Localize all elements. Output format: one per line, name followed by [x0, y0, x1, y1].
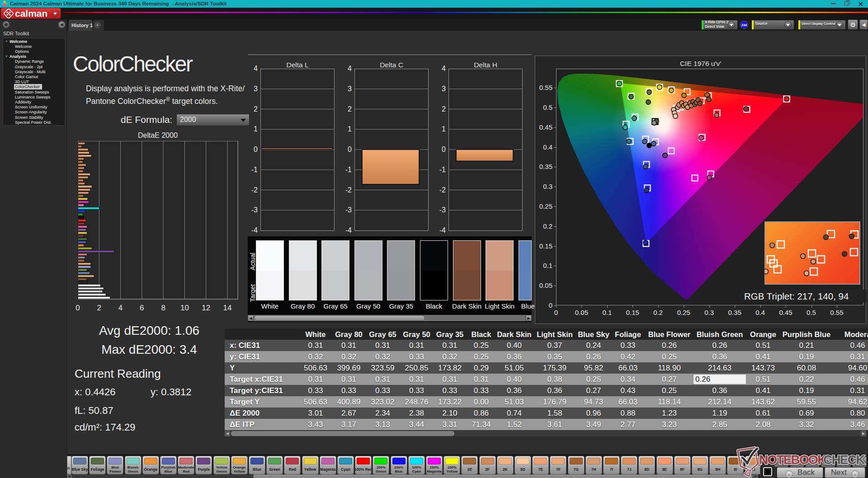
svg-text:CHECK: CHECK: [823, 453, 865, 467]
svg-text:NOTEBOOK: NOTEBOOK: [759, 453, 826, 467]
